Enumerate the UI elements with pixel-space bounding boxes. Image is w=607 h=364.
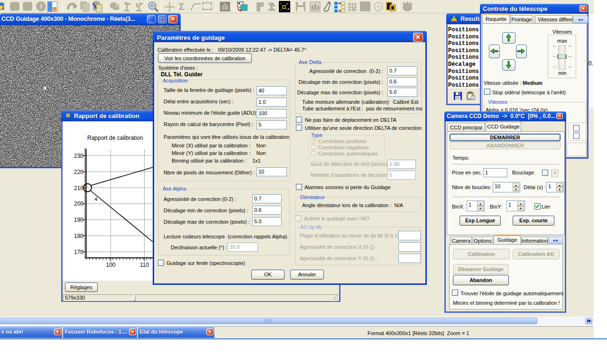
svg-text:200: 200 [74, 200, 83, 207]
svg-text:180: 180 [74, 233, 83, 239]
svg-text:4: 4 [94, 196, 97, 202]
svg-text:190: 190 [74, 217, 83, 223]
svg-text:Rapport de calibration: Rapport de calibration [87, 135, 143, 141]
svg-text:220: 220 [74, 169, 83, 175]
svg-text:170: 170 [74, 249, 83, 255]
svg-text:100: 100 [106, 262, 115, 268]
svg-text:1: 1 [136, 3, 138, 8]
svg-text:230: 230 [74, 153, 83, 159]
svg-text:110: 110 [140, 262, 149, 268]
svg-text:210: 210 [74, 185, 83, 191]
